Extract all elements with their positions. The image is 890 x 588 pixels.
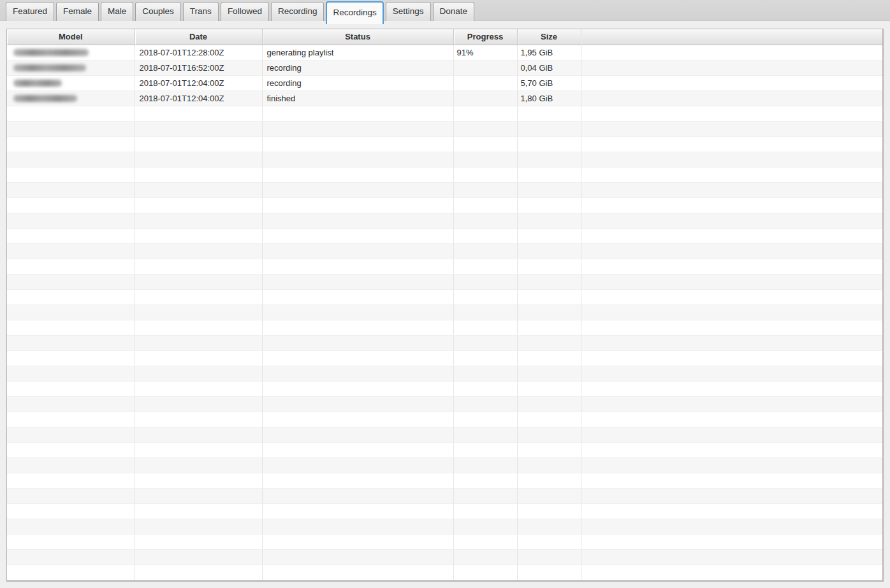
cell-size: 0,04 GiB	[517, 60, 581, 75]
cell-status	[262, 182, 453, 197]
cell-date	[135, 488, 262, 503]
cell-model	[7, 259, 135, 274]
tab-featured[interactable]: Featured	[6, 2, 54, 21]
cell-model	[7, 564, 135, 580]
cell-size	[517, 182, 581, 197]
column-header-progress[interactable]: Progress	[453, 29, 517, 45]
cell-size	[517, 564, 581, 580]
cell-extra	[581, 106, 882, 121]
cell-size	[517, 381, 581, 396]
cell-date	[135, 274, 262, 289]
cell-status: generating playlist	[262, 45, 453, 60]
empty-table-row	[7, 488, 882, 503]
cell-model	[7, 45, 135, 60]
table-row[interactable]: 2018-07-01T12:04:00Zfinished1,80 GiB	[7, 90, 882, 106]
tab-trans[interactable]: Trans	[183, 2, 219, 21]
cell-size	[517, 427, 581, 442]
cell-extra	[581, 213, 882, 228]
cell-extra	[581, 45, 882, 60]
empty-table-row	[7, 167, 882, 182]
empty-table-row	[7, 519, 882, 534]
table-header-row: Model Date Status Progress Size	[7, 29, 882, 45]
cell-progress	[453, 228, 517, 243]
tab-male[interactable]: Male	[101, 2, 133, 21]
column-header-size[interactable]: Size	[517, 29, 581, 45]
cell-model	[7, 412, 135, 427]
cell-model	[7, 396, 135, 412]
cell-progress	[453, 473, 517, 488]
cell-model	[7, 213, 135, 228]
cell-size: 1,95 GiB	[517, 45, 581, 60]
cell-date	[135, 519, 262, 534]
cell-progress	[453, 549, 517, 564]
cell-status	[262, 381, 453, 396]
cell-date	[135, 427, 262, 442]
cell-model	[7, 136, 135, 152]
column-header-date[interactable]: Date	[135, 29, 262, 45]
empty-table-row	[7, 197, 882, 213]
tab-followed[interactable]: Followed	[221, 2, 269, 21]
cell-extra	[581, 381, 882, 396]
cell-size	[517, 519, 581, 534]
cell-model	[7, 503, 135, 519]
cell-date: 2018-07-01T16:52:00Z	[135, 60, 262, 75]
cell-extra	[581, 228, 882, 243]
empty-table-row	[7, 289, 882, 305]
cell-extra	[581, 503, 882, 519]
cell-date	[135, 228, 262, 243]
tab-couples[interactable]: Couples	[135, 2, 181, 21]
cell-extra	[581, 75, 882, 90]
cell-extra	[581, 182, 882, 197]
tab-recordings[interactable]: Recordings	[326, 1, 383, 24]
cell-date	[135, 503, 262, 519]
table-row[interactable]: 2018-07-01T12:28:00Zgenerating playlist9…	[7, 45, 882, 60]
tab-female[interactable]: Female	[56, 2, 99, 21]
empty-table-row	[7, 366, 882, 381]
cell-extra	[581, 427, 882, 442]
empty-table-row	[7, 350, 882, 366]
cell-date	[135, 305, 262, 320]
cell-model	[7, 335, 135, 350]
cell-status	[262, 213, 453, 228]
cell-model	[7, 121, 135, 136]
cell-model	[7, 320, 135, 335]
cell-status	[262, 197, 453, 213]
cell-extra	[581, 488, 882, 503]
cell-progress	[453, 213, 517, 228]
cell-progress	[453, 152, 517, 167]
cell-extra	[581, 243, 882, 259]
column-header-status[interactable]: Status	[262, 29, 453, 45]
cell-size	[517, 320, 581, 335]
empty-table-row	[7, 442, 882, 457]
cell-status	[262, 350, 453, 366]
cell-status	[262, 106, 453, 121]
cell-size	[517, 350, 581, 366]
column-header-extra[interactable]	[581, 29, 882, 45]
tab-donate[interactable]: Donate	[433, 2, 475, 21]
cell-date	[135, 564, 262, 580]
cell-extra	[581, 396, 882, 412]
tab-recording[interactable]: Recording	[271, 2, 325, 21]
cell-size	[517, 228, 581, 243]
cell-date	[135, 213, 262, 228]
column-header-model[interactable]: Model	[7, 29, 135, 45]
cell-extra	[581, 366, 882, 381]
cell-size	[517, 167, 581, 182]
cell-status	[262, 473, 453, 488]
cell-status	[262, 305, 453, 320]
tab-settings[interactable]: Settings	[386, 2, 431, 21]
cell-progress	[453, 167, 517, 182]
table-row[interactable]: 2018-07-01T12:04:00Zrecording5,70 GiB	[7, 75, 882, 90]
cell-status	[262, 259, 453, 274]
cell-date	[135, 106, 262, 121]
cell-extra	[581, 564, 882, 580]
redacted-model-name	[13, 95, 77, 102]
cell-date	[135, 320, 262, 335]
cell-status	[262, 152, 453, 167]
table-row[interactable]: 2018-07-01T16:52:00Zrecording0,04 GiB	[7, 60, 882, 75]
cell-size	[517, 136, 581, 152]
empty-table-row	[7, 213, 882, 228]
cell-size	[517, 259, 581, 274]
cell-progress	[453, 274, 517, 289]
cell-model	[7, 167, 135, 182]
